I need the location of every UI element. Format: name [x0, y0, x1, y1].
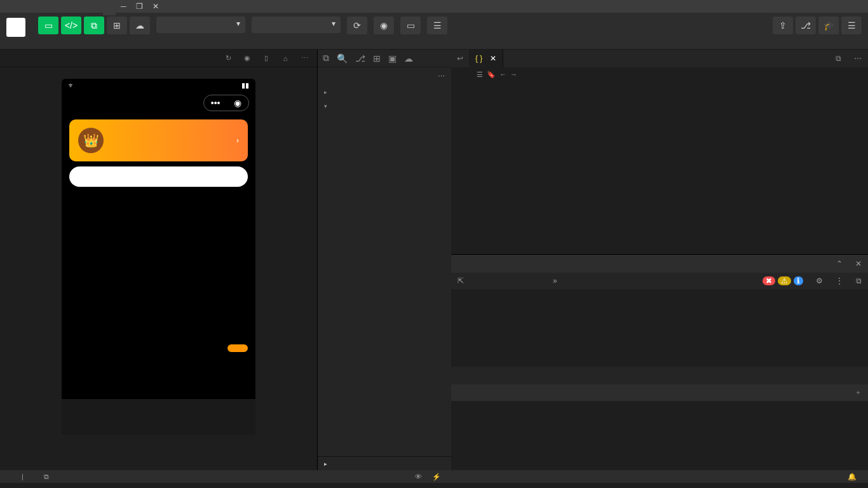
cloud-icon[interactable]: ☁ — [404, 53, 413, 64]
add-rule[interactable]: ＋ — [855, 388, 862, 397]
compile-button[interactable]: ⟳ — [347, 17, 367, 34]
avatar[interactable] — [6, 18, 25, 37]
notice-bar[interactable] — [69, 166, 248, 187]
plug-icon[interactable]: ⚡ — [432, 473, 441, 481]
simulator-toggle[interactable]: ▭ — [38, 17, 58, 34]
filter-input[interactable] — [458, 388, 842, 397]
vdots-icon[interactable]: ⋮ — [836, 276, 843, 285]
close-icon[interactable]: ✕ — [490, 54, 496, 63]
collapse-icon[interactable]: ⌃ — [836, 259, 843, 268]
debugger-toggle[interactable]: ⧉ — [84, 17, 104, 34]
close-icon[interactable]: ✕ — [855, 259, 862, 268]
history-icon[interactable]: ↩ — [451, 54, 469, 63]
explorer-panel: ⧉ 🔍 ⎇ ⊞ ▣ ☁ ⋯ ▸ ▾ ▸ — [318, 50, 451, 470]
more-icon[interactable]: ⋯ — [848, 54, 868, 63]
eye-icon[interactable]: 👁 — [415, 473, 422, 480]
compile-select[interactable] — [252, 17, 341, 33]
debugger-panel: ⌃ ✕ ⇱ » ✖ ⚠ ℹ ⚙ ⋮ ⧉ — [451, 254, 868, 470]
edu-button[interactable]: 🎓 — [818, 17, 839, 34]
branch-icon[interactable]: ⎇ — [355, 53, 365, 64]
visual-toggle[interactable]: ⊞ — [107, 17, 127, 34]
split-icon[interactable]: ⧉ — [829, 54, 848, 63]
phone-preview: ᯤ ▮▮ •••◉ 👑 › — [62, 79, 255, 435]
simulator-panel: ↻ ◉ ▯ ⌂ ⋯ ᯤ ▮▮ •••◉ 👑 › — [0, 50, 318, 470]
refresh-icon[interactable]: ↻ — [222, 52, 234, 65]
outline-section[interactable]: ▸ — [318, 456, 451, 470]
copy-icon[interactable]: ⧉ — [44, 473, 49, 481]
editor-tabs: ↩ { }✕ ⧉ ⋯ — [451, 50, 868, 67]
files-icon[interactable]: ⧉ — [323, 53, 329, 64]
minimize-button[interactable]: ─ — [117, 2, 130, 11]
bell-icon[interactable]: 🔔 — [848, 473, 857, 481]
editor-toggle[interactable]: </> — [61, 17, 81, 34]
crown-icon: 👑 — [78, 128, 104, 153]
more-icon[interactable]: ⋯ — [298, 52, 311, 65]
tab-app-json[interactable]: { }✕ — [469, 50, 503, 67]
version-button[interactable]: ⎇ — [796, 17, 816, 34]
layout-icon[interactable]: ⊞ — [373, 53, 381, 64]
menubar: ─ ❐ ✕ — [0, 0, 868, 13]
box-icon[interactable]: ▣ — [388, 53, 397, 64]
clear-cache-button[interactable]: ☰ — [427, 17, 447, 34]
more-tabs[interactable]: » — [553, 276, 557, 285]
cloud-dev[interactable]: ☁ — [130, 17, 150, 34]
detail-button[interactable]: ☰ — [841, 17, 862, 34]
search-icon[interactable]: 🔍 — [337, 53, 348, 64]
home-icon[interactable]: ⌂ — [279, 52, 292, 65]
rotate-icon[interactable]: ▯ — [260, 52, 273, 65]
preview-button[interactable]: ◉ — [374, 17, 394, 34]
capsule[interactable]: •••◉ — [203, 95, 249, 111]
record-icon[interactable]: ◉ — [241, 52, 254, 65]
statusbar: | ⧉ 👁 ⚡ 🔔 — [0, 470, 868, 483]
inspect-icon[interactable]: ⇱ — [458, 276, 464, 285]
share-popup[interactable] — [227, 344, 248, 352]
more-icon[interactable]: ⋯ — [438, 72, 445, 81]
mode-select[interactable] — [156, 17, 245, 33]
window-title — [103, 0, 116, 15]
maximize-button[interactable]: ❐ — [132, 2, 147, 11]
upload-button[interactable]: ⇪ — [773, 17, 793, 34]
open-editors-section[interactable]: ▸ — [318, 85, 451, 99]
breadcrumb[interactable]: ☰🔖←→ — [451, 67, 868, 81]
chevron-right-icon: › — [236, 136, 239, 145]
gear-icon[interactable]: ⚙ — [816, 276, 823, 285]
wxml-inspector[interactable] — [451, 289, 868, 367]
toolbar: ▭ </> ⧉ ⊞ ☁ ⟳ ◉ ▭ ☰ ⇪ ⎇ 🎓 ☰ — [0, 13, 868, 50]
remote-debug-button[interactable]: ▭ — [400, 17, 421, 34]
banner[interactable]: 👑 › — [69, 119, 248, 161]
project-section[interactable]: ▾ — [318, 99, 451, 113]
close-button[interactable]: ✕ — [149, 2, 163, 11]
dock-icon[interactable]: ⧉ — [856, 276, 862, 285]
